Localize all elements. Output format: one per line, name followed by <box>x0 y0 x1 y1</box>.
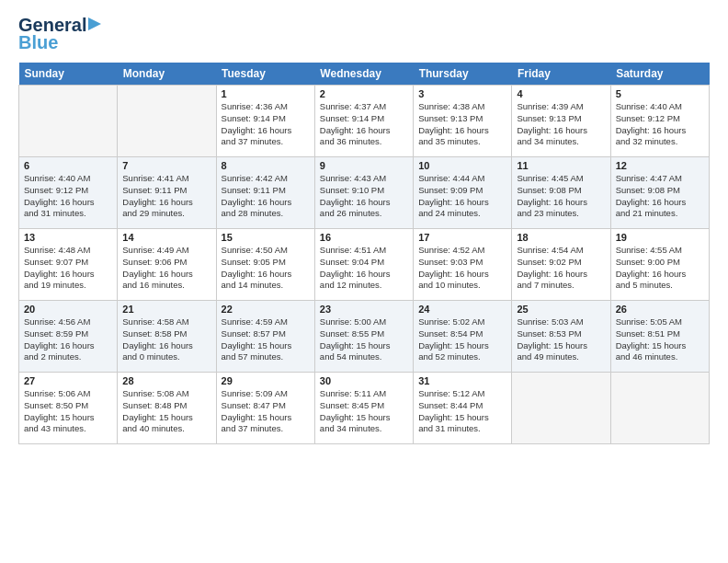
calendar-cell: 23Sunrise: 5:00 AM Sunset: 8:55 PM Dayli… <box>314 301 413 373</box>
day-info: Sunrise: 5:06 AM Sunset: 8:50 PM Dayligh… <box>24 388 112 435</box>
calendar-cell <box>118 86 216 157</box>
day-info: Sunrise: 4:37 AM Sunset: 9:14 PM Dayligh… <box>320 101 408 148</box>
day-number: 31 <box>418 375 506 386</box>
day-info: Sunrise: 4:38 AM Sunset: 9:13 PM Dayligh… <box>418 101 506 148</box>
calendar-cell: 11Sunrise: 4:45 AM Sunset: 9:08 PM Dayli… <box>512 157 610 229</box>
day-info: Sunrise: 4:41 AM Sunset: 9:11 PM Dayligh… <box>122 173 210 220</box>
day-info: Sunrise: 5:09 AM Sunset: 8:47 PM Dayligh… <box>222 388 310 435</box>
day-info: Sunrise: 5:11 AM Sunset: 8:45 PM Dayligh… <box>320 388 408 435</box>
calendar-cell <box>19 86 118 157</box>
day-number: 3 <box>418 88 506 99</box>
header: General Blue <box>18 15 710 53</box>
logo: General Blue <box>18 15 105 53</box>
calendar-cell: 3Sunrise: 4:38 AM Sunset: 9:13 PM Daylig… <box>414 86 512 157</box>
day-number: 29 <box>222 375 310 386</box>
day-info: Sunrise: 4:55 AM Sunset: 9:00 PM Dayligh… <box>616 245 704 292</box>
calendar-body: 1Sunrise: 4:36 AM Sunset: 9:14 PM Daylig… <box>19 86 710 444</box>
calendar-cell <box>512 373 610 444</box>
day-number: 1 <box>222 88 310 99</box>
day-info: Sunrise: 4:58 AM Sunset: 8:58 PM Dayligh… <box>122 316 210 363</box>
day-number: 8 <box>222 160 310 171</box>
calendar-cell: 26Sunrise: 5:05 AM Sunset: 8:51 PM Dayli… <box>610 301 709 373</box>
day-number: 17 <box>418 232 506 243</box>
calendar-cell: 19Sunrise: 4:55 AM Sunset: 9:00 PM Dayli… <box>610 229 709 301</box>
day-info: Sunrise: 4:54 AM Sunset: 9:02 PM Dayligh… <box>517 245 605 292</box>
calendar-cell: 8Sunrise: 4:42 AM Sunset: 9:11 PM Daylig… <box>216 157 314 229</box>
calendar-cell: 10Sunrise: 4:44 AM Sunset: 9:09 PM Dayli… <box>414 157 512 229</box>
day-number: 12 <box>616 160 704 171</box>
day-number: 15 <box>222 232 310 243</box>
calendar-cell: 24Sunrise: 5:02 AM Sunset: 8:54 PM Dayli… <box>414 301 512 373</box>
day-number: 22 <box>222 304 310 315</box>
day-info: Sunrise: 5:08 AM Sunset: 8:48 PM Dayligh… <box>122 388 210 435</box>
weekday-header-monday: Monday <box>118 63 216 86</box>
calendar-cell: 29Sunrise: 5:09 AM Sunset: 8:47 PM Dayli… <box>216 373 314 444</box>
weekday-header-row: SundayMondayTuesdayWednesdayThursdayFrid… <box>19 63 710 86</box>
week-row-4: 20Sunrise: 4:56 AM Sunset: 8:59 PM Dayli… <box>19 301 710 373</box>
calendar-cell: 15Sunrise: 4:50 AM Sunset: 9:05 PM Dayli… <box>216 229 314 301</box>
calendar-cell: 21Sunrise: 4:58 AM Sunset: 8:58 PM Dayli… <box>118 301 216 373</box>
day-info: Sunrise: 4:42 AM Sunset: 9:11 PM Dayligh… <box>222 173 310 220</box>
day-number: 21 <box>122 304 210 315</box>
day-number: 7 <box>122 160 210 171</box>
calendar-cell: 27Sunrise: 5:06 AM Sunset: 8:50 PM Dayli… <box>19 373 118 444</box>
day-info: Sunrise: 4:49 AM Sunset: 9:06 PM Dayligh… <box>122 245 210 292</box>
calendar-table: SundayMondayTuesdayWednesdayThursdayFrid… <box>18 63 710 444</box>
day-info: Sunrise: 4:44 AM Sunset: 9:09 PM Dayligh… <box>418 173 506 220</box>
day-number: 18 <box>517 232 605 243</box>
page: General Blue SundayMondayTuesdayWednesda… <box>0 0 728 563</box>
day-info: Sunrise: 4:40 AM Sunset: 9:12 PM Dayligh… <box>616 101 704 148</box>
day-info: Sunrise: 4:59 AM Sunset: 8:57 PM Dayligh… <box>222 316 310 363</box>
calendar-cell: 4Sunrise: 4:39 AM Sunset: 9:13 PM Daylig… <box>512 86 610 157</box>
calendar-cell: 9Sunrise: 4:43 AM Sunset: 9:10 PM Daylig… <box>314 157 413 229</box>
calendar-cell: 25Sunrise: 5:03 AM Sunset: 8:53 PM Dayli… <box>512 301 610 373</box>
day-number: 14 <box>122 232 210 243</box>
weekday-header-saturday: Saturday <box>610 63 709 86</box>
calendar-cell: 7Sunrise: 4:41 AM Sunset: 9:11 PM Daylig… <box>118 157 216 229</box>
calendar-cell: 30Sunrise: 5:11 AM Sunset: 8:45 PM Dayli… <box>314 373 413 444</box>
day-info: Sunrise: 4:48 AM Sunset: 9:07 PM Dayligh… <box>24 245 112 292</box>
day-number: 13 <box>24 232 112 243</box>
calendar-cell: 18Sunrise: 4:54 AM Sunset: 9:02 PM Dayli… <box>512 229 610 301</box>
day-number: 26 <box>616 304 704 315</box>
calendar-cell: 31Sunrise: 5:12 AM Sunset: 8:44 PM Dayli… <box>414 373 512 444</box>
calendar-cell: 2Sunrise: 4:37 AM Sunset: 9:14 PM Daylig… <box>314 86 413 157</box>
calendar-cell: 14Sunrise: 4:49 AM Sunset: 9:06 PM Dayli… <box>118 229 216 301</box>
weekday-header-thursday: Thursday <box>414 63 512 86</box>
week-row-3: 13Sunrise: 4:48 AM Sunset: 9:07 PM Dayli… <box>19 229 710 301</box>
weekday-header-tuesday: Tuesday <box>216 63 314 86</box>
calendar-cell <box>610 373 709 444</box>
svg-marker-0 <box>88 17 101 30</box>
day-info: Sunrise: 4:51 AM Sunset: 9:04 PM Dayligh… <box>320 245 408 292</box>
logo-arrow-icon <box>88 16 105 32</box>
calendar-cell: 1Sunrise: 4:36 AM Sunset: 9:14 PM Daylig… <box>216 86 314 157</box>
day-number: 19 <box>616 232 704 243</box>
day-number: 23 <box>320 304 408 315</box>
calendar-cell: 17Sunrise: 4:52 AM Sunset: 9:03 PM Dayli… <box>414 229 512 301</box>
day-info: Sunrise: 4:45 AM Sunset: 9:08 PM Dayligh… <box>517 173 605 220</box>
calendar-cell: 6Sunrise: 4:40 AM Sunset: 9:12 PM Daylig… <box>19 157 118 229</box>
calendar-cell: 16Sunrise: 4:51 AM Sunset: 9:04 PM Dayli… <box>314 229 413 301</box>
day-number: 30 <box>320 375 408 386</box>
day-info: Sunrise: 4:52 AM Sunset: 9:03 PM Dayligh… <box>418 245 506 292</box>
day-number: 24 <box>418 304 506 315</box>
day-number: 20 <box>24 304 112 315</box>
day-number: 6 <box>24 160 112 171</box>
day-number: 5 <box>616 88 704 99</box>
day-number: 10 <box>418 160 506 171</box>
day-info: Sunrise: 4:36 AM Sunset: 9:14 PM Dayligh… <box>222 101 310 148</box>
day-info: Sunrise: 4:47 AM Sunset: 9:08 PM Dayligh… <box>616 173 704 220</box>
week-row-5: 27Sunrise: 5:06 AM Sunset: 8:50 PM Dayli… <box>19 373 710 444</box>
day-info: Sunrise: 4:56 AM Sunset: 8:59 PM Dayligh… <box>24 316 112 363</box>
day-info: Sunrise: 4:50 AM Sunset: 9:05 PM Dayligh… <box>222 245 310 292</box>
day-number: 2 <box>320 88 408 99</box>
calendar-cell: 5Sunrise: 4:40 AM Sunset: 9:12 PM Daylig… <box>610 86 709 157</box>
day-info: Sunrise: 5:02 AM Sunset: 8:54 PM Dayligh… <box>418 316 506 363</box>
day-number: 25 <box>517 304 605 315</box>
day-info: Sunrise: 5:12 AM Sunset: 8:44 PM Dayligh… <box>418 388 506 435</box>
calendar-cell: 22Sunrise: 4:59 AM Sunset: 8:57 PM Dayli… <box>216 301 314 373</box>
day-info: Sunrise: 4:40 AM Sunset: 9:12 PM Dayligh… <box>24 173 112 220</box>
calendar-cell: 13Sunrise: 4:48 AM Sunset: 9:07 PM Dayli… <box>19 229 118 301</box>
weekday-header-sunday: Sunday <box>19 63 118 86</box>
day-info: Sunrise: 4:39 AM Sunset: 9:13 PM Dayligh… <box>517 101 605 148</box>
